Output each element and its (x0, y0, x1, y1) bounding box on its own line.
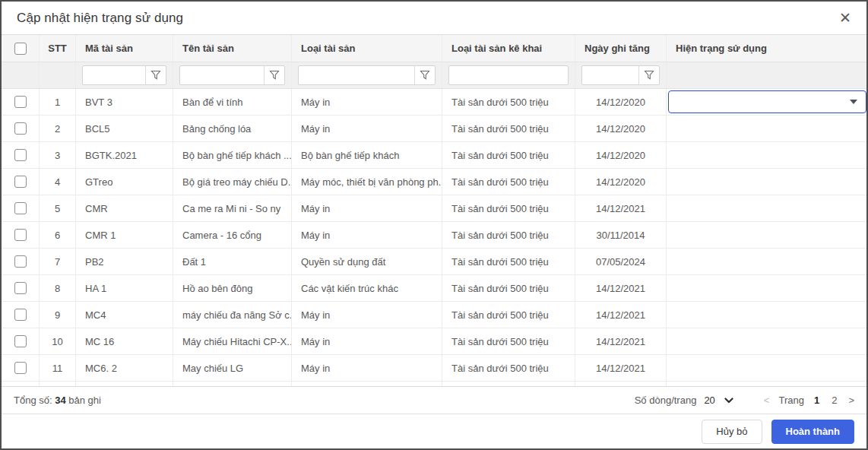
status-cell (667, 169, 866, 195)
confirm-button[interactable]: Hoàn thành (771, 420, 855, 444)
row-checkbox[interactable] (14, 255, 27, 268)
code-cell: CMR 1 (76, 222, 173, 248)
code-cell: CMR (76, 195, 173, 221)
name-cell: May chiếu LG (173, 355, 292, 381)
row-checkbox[interactable] (14, 202, 27, 214)
name-cell: Camera - 16 cổng (173, 222, 292, 248)
type-cell: Máy in (292, 195, 442, 221)
prev-page-button[interactable]: < (762, 395, 771, 406)
status-cell (667, 249, 866, 274)
date-cell: 07/05/2024 (575, 249, 667, 274)
close-icon[interactable]: ✕ (836, 9, 854, 27)
row-checkbox[interactable] (14, 335, 27, 347)
declared-type-cell: Tài sản dưới 500 triệu (442, 169, 575, 195)
filter-cell-checkbox (2, 62, 40, 88)
name-cell: Bộ bàn ghế tiếp khách ... (173, 142, 292, 168)
type-cell: Quyền sử dụng đất (292, 249, 442, 274)
table-row: 10MC 16Máy chiếu Hitachi CP-X...Máy inTà… (2, 328, 866, 355)
row-checkbox-cell (2, 355, 40, 381)
table-row: 1BVT 3Bàn để vi tínhMáy inTài sản dưới 5… (2, 89, 866, 116)
code-cell: MC6. 2 (76, 355, 173, 381)
table-row: 3BGTK.2021Bộ bàn ghế tiếp khách ...Bộ bà… (2, 142, 866, 169)
row-checkbox[interactable] (14, 176, 27, 188)
code-filter-funnel-icon[interactable] (145, 66, 166, 84)
pagination: Số dòng/trang 20 < Trang 1 2 > (635, 395, 856, 406)
table-row: 4GTreoBộ giá treo máy chiếu D...Máy móc,… (2, 169, 866, 195)
name-cell: Bàn để vi tính (173, 89, 292, 115)
header-cell-status: Hiện trạng sử dụng (667, 35, 866, 62)
stt-cell: 10 (40, 328, 76, 354)
header-cell-declared-type: Loại tài sản kê khai (442, 35, 575, 62)
table-row: 2BCL5Bảng chống lóaMáy inTài sản dưới 50… (2, 116, 866, 142)
declared-type-cell: Tài sản dưới 500 triệu (442, 328, 575, 354)
row-checkbox-cell (2, 89, 40, 115)
row-checkbox[interactable] (14, 282, 27, 294)
row-checkbox[interactable] (14, 149, 27, 161)
table-filter-row (2, 62, 866, 89)
declared-type-cell: Tài sản dưới 500 triệu (442, 275, 575, 301)
status-dropdown[interactable] (668, 90, 866, 113)
row-checkbox-cell (2, 195, 40, 221)
code-filter-box (82, 65, 166, 85)
status-cell (667, 195, 866, 221)
type-filter-input[interactable] (299, 66, 414, 84)
status-cell (667, 275, 866, 301)
row-checkbox[interactable] (14, 309, 27, 321)
declared-type-filter-box (448, 65, 569, 85)
name-cell: máy chiếu đa năng Sở c... (173, 302, 292, 328)
date-cell: 14/12/2021 (575, 328, 667, 354)
table-row: 11MC6. 2May chiếu LGMáy inTài sản dưới 5… (2, 355, 866, 382)
status-cell (667, 302, 866, 328)
table-body: 1BVT 3Bàn để vi tínhMáy inTài sản dưới 5… (2, 89, 866, 382)
update-usage-status-dialog: Cập nhật hiện trạng sử dụng ✕ STT Mã tài… (0, 0, 868, 450)
type-cell: Máy in (292, 328, 442, 354)
stt-cell: 11 (40, 355, 76, 381)
stt-cell: 8 (40, 275, 76, 301)
date-filter-input[interactable] (582, 66, 638, 84)
row-checkbox-cell (2, 142, 40, 168)
table-row: 7PB2Đất 1Quyền sử dụng đấtTài sản dưới 5… (2, 249, 866, 275)
type-filter-funnel-icon[interactable] (414, 66, 435, 84)
page-label: Trang (778, 395, 803, 406)
name-filter-funnel-icon[interactable] (264, 66, 284, 84)
row-checkbox-cell (2, 275, 40, 301)
row-checkbox[interactable] (14, 122, 27, 135)
header-cell-date: Ngày ghi tăng (575, 35, 667, 62)
table-header-row: STT Mã tài sản Tên tài sản Loại tài sản … (2, 35, 866, 62)
rows-per-page-select[interactable]: Số dòng/trang 20 (635, 395, 733, 406)
header-cell-name: Tên tài sản (173, 35, 292, 62)
select-all-checkbox[interactable] (14, 43, 27, 55)
status-cell (667, 89, 866, 115)
code-cell: MC4 (76, 302, 173, 328)
date-cell: 30/11/2014 (575, 222, 667, 248)
type-cell: Bộ bàn ghế tiếp khách (292, 142, 442, 168)
declared-type-filter-input[interactable] (449, 66, 568, 84)
date-filter-box (581, 65, 660, 85)
dialog-title-bar: Cập nhật hiện trạng sử dụng ✕ (2, 2, 866, 35)
date-cell: 14/12/2020 (575, 116, 667, 141)
page-number-1[interactable]: 1 (812, 395, 822, 406)
row-checkbox[interactable] (14, 96, 27, 108)
row-checkbox[interactable] (14, 229, 27, 241)
next-page-button[interactable]: > (847, 395, 856, 406)
declared-type-cell: Tài sản dưới 500 triệu (442, 249, 575, 274)
header-cell-stt: STT (40, 35, 76, 62)
code-filter-input[interactable] (83, 66, 145, 84)
page-number-2[interactable]: 2 (829, 395, 839, 406)
code-cell: HA 1 (76, 275, 173, 301)
row-checkbox[interactable] (14, 362, 27, 374)
cancel-button[interactable]: Hủy bỏ (702, 420, 762, 444)
date-cell: 14/12/2021 (575, 355, 667, 381)
declared-type-cell: Tài sản dưới 500 triệu (442, 302, 575, 328)
name-cell: Bộ giá treo máy chiếu D... (173, 169, 292, 195)
name-cell: Ca me ra Mi ni - So ny (173, 195, 292, 221)
name-filter-input[interactable] (180, 66, 264, 84)
filter-cell-date (575, 62, 667, 88)
rows-per-page-value: 20 (704, 395, 714, 406)
date-cell: 14/12/2021 (575, 195, 667, 221)
row-checkbox-cell (2, 116, 40, 141)
declared-type-cell: Tài sản dưới 500 triệu (442, 116, 575, 141)
name-cell: Máy chiếu Hitachi CP-X... (173, 328, 292, 354)
date-filter-funnel-icon[interactable] (638, 66, 659, 84)
date-cell: 14/12/2020 (575, 142, 667, 168)
